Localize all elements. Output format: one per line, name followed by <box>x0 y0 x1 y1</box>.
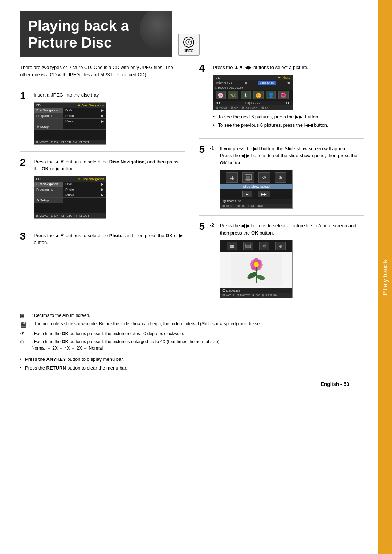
final-bullet-1: Press the ANYKEY button to display menu … <box>20 356 364 363</box>
pv-slide-icon <box>243 242 253 250</box>
screen-1-setup: ⚙ Setup <box>34 124 63 129</box>
step-4-number: 4 <box>199 63 209 132</box>
photo-footer: ⊠ MOVE ⊞ OK ⊟ RETURN ⊡ EXIT <box>213 105 293 110</box>
footer-text: English - 53 <box>320 381 349 387</box>
screen-2-spacer <box>34 203 106 213</box>
step-4-bullets: To see the next 6 pictures, press the ▶▶… <box>213 113 364 129</box>
pvf-move: ⊠ MOVE <box>222 294 234 297</box>
main-content: Playing back a Picture Disc JPEG <box>0 0 378 554</box>
screen-1-spacer <box>34 130 106 140</box>
screen-2-cd: CD <box>36 177 41 181</box>
step-5-1: 5-1 If you press the ▶II button, the Sli… <box>199 145 364 216</box>
pf-ok: ⊞ OK <box>231 106 238 109</box>
screen-1-cd: CD <box>36 103 41 107</box>
pv-file: ⓵ DSC01189 <box>220 288 292 293</box>
s1f-ok: ⊞ OK <box>51 140 58 144</box>
icon-legend: ▦ : Returns to the Album screen. 🎬 : The… <box>20 312 364 351</box>
svg-rect-7 <box>246 245 250 247</box>
thumb-2: 🦋 <box>228 91 238 99</box>
pv-slide-svg <box>245 244 251 249</box>
step-5-1-number: 5 <box>199 144 209 155</box>
flower-image <box>231 254 282 286</box>
screen-1-photo: Photo▶ <box>63 113 106 118</box>
page: Playing back a Picture Disc JPEG <box>0 0 392 554</box>
legend-icon-slide: 🎬 <box>20 321 30 329</box>
pvf-photo: ⊡ PHOTO <box>237 294 250 297</box>
screen-1-row-4: ⚙ Setup <box>34 124 106 130</box>
screen-1-discnav: DiscNavigation <box>34 108 63 113</box>
thumb-4: 🌼 <box>253 91 264 99</box>
screen-1-footer: ⊠ MOVE ⊞ OK ⊟ RETURN ⊡ EXIT <box>34 140 106 144</box>
sf-return: ⊟ RETURN <box>248 204 264 208</box>
legend-row-4: ⊕ : Each time the OK button is pressed, … <box>20 338 364 351</box>
screen-1-row-1: DiscNavigation DivX▶ <box>34 108 106 113</box>
step-2-screen: CD ❖ Disc Navigation DiscNavigation DivX… <box>34 176 106 219</box>
photo-index: Index 6 / 73 <box>216 81 233 85</box>
step-5-2-text: Press the ◀ ▶ buttons to select a pictur… <box>220 222 364 236</box>
slide-title: Slide Show Speed <box>220 184 292 189</box>
screen-2-music: Music▶ <box>63 192 106 197</box>
s2f-return: ⊟ RETURN <box>61 214 77 217</box>
step-3-content: Press the ▲▼ buttons to select the Photo… <box>34 232 185 250</box>
screen-2-setup-val <box>63 198 106 203</box>
photo-skip-prev: ⏮ <box>244 81 247 85</box>
step-2-text: Press the ▲▼ buttons to select the Disc … <box>34 158 185 172</box>
slide-icon-rotate: ↺ <box>258 172 270 183</box>
thumb-6: 🌺 <box>278 91 289 99</box>
step-5-2: 5-2 Press the ◀ ▶ buttons to select a pi… <box>199 222 364 298</box>
screen-1-header: CD ❖ Disc Navigation <box>34 103 106 108</box>
step-4-bullet-1: To see the next 6 pictures, press the ▶▶… <box>213 113 364 121</box>
legend-text-1: : Returns to the Album screen. <box>32 312 364 319</box>
legend-section: ▦ : Returns to the Album screen. 🎬 : The… <box>20 305 364 371</box>
photo-path: □ ROOT / DSC01189 <box>213 86 293 90</box>
s2f-move: ⊠ MOVE <box>36 214 48 217</box>
header-section: Playing back a Picture Disc JPEG <box>20 11 364 57</box>
photo-cd: CD <box>216 76 220 80</box>
step-5-1-content: If you press the ▶II button, the Slide s… <box>220 145 364 209</box>
step-1-number: 1 <box>20 91 30 145</box>
screen-2-prog: Programme <box>34 187 63 192</box>
legend-text-4: : Each time the OK button is pressed, th… <box>32 338 364 351</box>
step-5-1-number-wrap: 5-1 <box>199 145 214 209</box>
speed-slow-btn[interactable]: ▶ <box>242 191 252 197</box>
thumb-1: 🌸 <box>216 91 226 99</box>
final-bullet-2: Press the RETURN button to clear the men… <box>20 364 364 372</box>
legend-text-3: : Each time the OK button is pressed, th… <box>32 330 364 337</box>
step-4-content: Press the ▲▼ ◀▶ buttons to select a pict… <box>213 64 364 132</box>
pv-image <box>220 252 292 288</box>
slide-icon-album: ▦ <box>226 172 238 183</box>
s1f-exit: ⊡ EXIT <box>79 140 89 144</box>
step-5-1-sub: -1 <box>210 145 214 151</box>
photo-slideshow-btn[interactable]: Slide Show <box>258 81 275 85</box>
pv-rotate-icon: ↺ <box>259 242 269 250</box>
screen-2-row-2: Programme Photo▶ <box>34 187 106 192</box>
photo-index-row: Index 6 / 73 ⏮ Slide Show ⏭ <box>213 80 293 86</box>
step-1-content: Insert a JPEG into the disc tray. CD ❖ D… <box>34 91 185 145</box>
intro-text: There are two types of Picture CD. One i… <box>20 64 185 84</box>
slide-icon-slide <box>242 172 254 183</box>
screen-1-divx: DivX▶ <box>63 108 106 113</box>
step-5-1-screen: ▦ ↺ ⊕ <box>220 170 293 209</box>
legend-row-3: ↺ : Each time the OK button is pressed, … <box>20 330 364 338</box>
step-2-content: Press the ▲▼ buttons to select the Disc … <box>34 158 185 219</box>
photo-next-arrow: ▶▶ <box>286 101 290 105</box>
jpeg-icon-area: JPEG <box>178 11 200 57</box>
cd-svg <box>185 39 192 45</box>
screen-1-music: Music▶ <box>63 119 106 124</box>
step-2: 2 Press the ▲▼ buttons to select the Dis… <box>20 158 185 225</box>
photo-header: CD ❖ Photo <box>213 75 293 80</box>
svg-point-13 <box>254 262 259 267</box>
screen-2-header: CD ❖ Disc Navigation <box>34 176 106 182</box>
screen-2-setup: ⚙ Setup <box>34 198 63 203</box>
speed-fast-btn[interactable]: ▶▶ <box>258 191 270 197</box>
step-4-text: Press the ▲▼ ◀▶ buttons to select a pict… <box>213 64 364 71</box>
photo-page: Page 2 / 13 <box>245 101 260 105</box>
step-3-text: Press the ▲▼ buttons to select the Photo… <box>34 232 185 246</box>
photo-prev-arrow: ◀◀ <box>216 101 220 105</box>
screen-1-setup-val <box>63 124 106 129</box>
screen-1-row-2: Programme Photo▶ <box>34 113 106 119</box>
photo-page-row: ◀◀ Page 2 / 13 ▶▶ <box>213 101 293 105</box>
svg-point-1 <box>188 41 189 43</box>
sidebar-label: Playback <box>381 258 389 296</box>
step-5-2-sub: -2 <box>210 222 214 228</box>
